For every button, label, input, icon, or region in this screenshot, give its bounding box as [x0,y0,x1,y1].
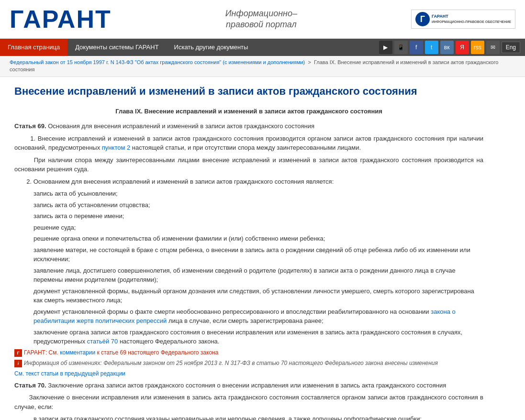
comment-69-link[interactable]: комментарии [60,349,95,356]
list-item-1: запись акта об усыновлении; [34,189,483,199]
info-change-70: i Информация об изменениях: Федеральным … [14,360,483,367]
mobile-icon[interactable]: 📱 [394,41,408,54]
page-title: Внесение исправлений и изменений в запис… [14,85,483,99]
garant-g-icon: Г [415,12,430,26]
breadcrumb: Федеральный закон от 15 ноября 1997 г. N… [0,56,525,77]
article-70-title-line: Статья 70. Заключение органа записи акто… [14,381,483,390]
vk-icon[interactable]: вк [440,41,454,54]
article-69-title-line: Статья 69. Основания для внесения исправ… [14,122,483,131]
list-item-10: заключение органа записи актов гражданск… [34,328,483,346]
rehab-law-link[interactable]: закона о реабилитации жертв политических… [34,308,456,325]
article-70-para1: Заключение о внесении исправления или из… [14,393,483,411]
facebook-icon[interactable]: f [410,41,423,54]
list-item-8: документ установленной формы, выданный о… [34,287,483,305]
list-item-4: решение суда; [34,223,483,232]
main-content: Внесение исправлений и изменений в запис… [0,77,498,420]
art70-list-item-1: в записи акта гражданского состояния ука… [34,414,483,420]
logo-slogan: Информационно– правовой портал [225,8,297,31]
nav-documents[interactable]: Документы системы ГАРАНТ [67,39,166,56]
info-icon-70: i [14,360,22,367]
garant-note-69: Г ГАРАНТ: См. комментарии к статье 69 на… [14,349,483,357]
list-item-9: документ установленной формы о факте сме… [34,307,483,326]
garant-logo-box: Г ГАРАНТИНФОРМАЦИОННО-ПРАВОВОЕ ОБЕСПЕЧЕН… [411,10,515,29]
site-header: ГАРАНТ Информационно– правовой портал Г … [0,0,525,39]
article-70-title: Статья 70. [14,382,46,389]
article-69-subtitle: Основания для внесения исправлений и изм… [48,122,314,130]
nav-home[interactable]: Главная страница [0,39,67,56]
nav-search[interactable]: Искать другие документы [167,39,256,56]
rss-icon[interactable]: rss [471,41,484,54]
see-prev-link: См. текст статьи в предыдущей редакции [14,370,483,377]
para-1: 1. Внесение исправлений и изменений в за… [14,134,483,153]
yandex-icon[interactable]: Я [456,41,469,54]
mail-icon[interactable]: ✉ [486,41,500,54]
see-prev-anchor[interactable]: См. текст статьи в предыдущей редакции [14,370,125,377]
logo-right: Г ГАРАНТИНФОРМАЦИОННО-ПРАВОВОЕ ОБЕСПЕЧЕН… [411,10,515,29]
list-item-3: запись акта о перемене имени; [34,211,483,221]
chapter-title: Глава IX. Внесение исправлений и изменен… [14,108,483,115]
list-item-2: запись акта об установлении отцовства; [34,200,483,210]
nav-social-icons: ▶ 📱 f t вк Я rss ✉ Eng [379,41,525,54]
garant-logo-label: ГАРАНТИНФОРМАЦИОННО-ПРАВОВОЕ ОБЕСПЕЧЕНИЕ [432,14,511,24]
para-2: При наличии спора между заинтересованным… [14,155,483,174]
info-change-text: Информация об изменениях: Федеральным за… [24,360,438,366]
breadcrumb-law-link[interactable]: Федеральный закон от 15 ноября 1997 г. N… [10,59,305,65]
article-70-link[interactable]: статьёй 70 [87,338,118,345]
para-1-cont: настоящей статьи, и при отсутствии спора… [130,144,361,151]
garant-icon-69: Г [14,349,22,357]
list-item-7: заявление лица, достигшего совершеннолет… [34,266,483,285]
list-item-5: решение органа опеки и попечительства об… [34,234,483,243]
twitter-icon[interactable]: t [425,41,438,54]
list-item-6: заявление матери, не состоящей в браке с… [34,245,483,264]
lang-button[interactable]: Eng [502,42,520,53]
logo-text: ГАРАНТ [10,5,112,33]
article-69-title: Статья 69. [14,122,46,130]
article-70-subtitle: Заключение органа записи актов гражданск… [48,382,446,389]
main-nav: Главная страница Документы системы ГАРАН… [0,39,525,56]
garant-note-69-text: ГАРАНТ: См. комментарии к статье 69 наст… [24,349,218,356]
play-icon[interactable]: ▶ [379,41,392,54]
para-3: 2. Основанием для внесения исправлений и… [14,177,483,187]
punkt-2-link[interactable]: пунктом 2 [102,144,130,151]
